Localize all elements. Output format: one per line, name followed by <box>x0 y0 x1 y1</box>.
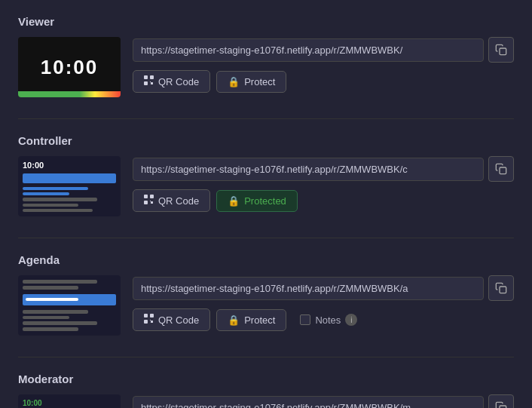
agenda-url-row: https://stagetimer-staging-e1076f.netlif… <box>133 275 514 301</box>
agenda-qr-button[interactable]: QR Code <box>133 308 210 331</box>
controller-qr-button[interactable]: QR Code <box>133 189 210 212</box>
notes-info-icon[interactable]: i <box>345 314 357 326</box>
svg-rect-17 <box>150 320 151 321</box>
agenda-row-6 <box>23 327 78 331</box>
main-container: Viewer 10:00 https://stagetimer-staging-… <box>0 0 532 408</box>
agenda-right: https://stagetimer-staging-e1076f.netlif… <box>133 275 514 331</box>
controller-row-5 <box>23 209 93 212</box>
moderator-title: Moderator <box>18 373 514 385</box>
controller-row-2 <box>23 192 69 195</box>
viewer-copy-button[interactable] <box>488 37 514 63</box>
svg-rect-9 <box>144 201 148 204</box>
controller-thumbnail: 10:00 <box>18 156 121 216</box>
qr-grid-icon <box>144 75 154 87</box>
viewer-protect-button[interactable]: 🔒 Protect <box>216 71 286 93</box>
lock-green-icon: 🔒 <box>228 195 240 207</box>
agenda-actions-row: QR Code 🔒 Protect Notes i <box>133 308 514 331</box>
controller-row-3 <box>23 198 97 201</box>
agenda-notes-button[interactable]: Notes i <box>292 310 365 330</box>
viewer-section: Viewer 10:00 https://stagetimer-staging-… <box>18 15 514 97</box>
moderator-section: Moderator 10:00 https://stagetimer-stagi… <box>18 373 514 408</box>
agenda-lock-icon: 🔒 <box>228 314 240 326</box>
agenda-thumbnail <box>18 275 121 336</box>
agenda-row-5 <box>23 321 97 325</box>
controller-protected-button[interactable]: 🔒 Protected <box>216 190 298 212</box>
svg-rect-0 <box>500 48 506 55</box>
viewer-url-row: https://stagetimer-staging-e1076f.netlif… <box>133 37 514 63</box>
controller-timer-display: 10:00 <box>23 161 116 170</box>
notes-checkbox <box>300 314 310 325</box>
viewer-right: https://stagetimer-staging-e1076f.netlif… <box>133 37 514 93</box>
agenda-row-2 <box>23 286 78 290</box>
viewer-content: 10:00 https://stagetimer-staging-e1076f.… <box>18 37 514 97</box>
svg-rect-8 <box>150 195 154 198</box>
viewer-thumbnail: 10:00 <box>18 37 121 97</box>
viewer-url-field: https://stagetimer-staging-e1076f.netlif… <box>133 38 484 62</box>
svg-rect-11 <box>150 201 151 201</box>
svg-rect-2 <box>150 75 154 79</box>
controller-content: 10:00 https://stagetimer-staging-e1076f.… <box>18 156 514 216</box>
svg-rect-4 <box>151 82 153 84</box>
moderator-url-field: https://stagetimer-staging-e1076f.netlif… <box>133 396 484 409</box>
moderator-thumbnail: 10:00 <box>18 394 121 408</box>
viewer-qr-button[interactable]: QR Code <box>133 70 210 93</box>
svg-rect-3 <box>144 81 148 85</box>
controller-url-row: https://stagetimer-staging-e1076f.netlif… <box>133 156 514 182</box>
moderator-right: https://stagetimer-staging-e1076f.netlif… <box>133 394 514 408</box>
svg-rect-6 <box>500 167 506 174</box>
svg-rect-5 <box>150 81 151 82</box>
moderator-content: 10:00 https://stagetimer-staging-e1076f.… <box>18 394 514 408</box>
viewer-color-bar <box>18 91 121 97</box>
agenda-copy-button[interactable] <box>488 275 514 301</box>
agenda-row-3 <box>23 310 88 314</box>
agenda-row-1 <box>23 280 97 284</box>
controller-right: https://stagetimer-staging-e1076f.netlif… <box>133 156 514 212</box>
controller-title: Controller <box>18 134 514 147</box>
controller-row-1 <box>23 187 88 190</box>
agenda-highlight <box>23 294 116 305</box>
lock-icon: 🔒 <box>228 76 240 87</box>
agenda-title: Agenda <box>18 253 514 266</box>
qr-grid-icon-2 <box>144 195 154 207</box>
svg-rect-14 <box>150 314 154 318</box>
agenda-protect-button[interactable]: 🔒 Protect <box>216 309 286 331</box>
moderator-timer-display: 10:00 <box>23 399 116 407</box>
svg-rect-16 <box>151 321 153 323</box>
svg-rect-1 <box>144 75 148 79</box>
divider-1 <box>18 118 514 119</box>
agenda-content: https://stagetimer-staging-e1076f.netlif… <box>18 275 514 336</box>
controller-actions-row: QR Code 🔒 Protected <box>133 189 514 212</box>
controller-selected-row <box>23 173 116 183</box>
controller-row-4 <box>23 204 78 207</box>
svg-rect-13 <box>144 314 148 318</box>
agenda-row-4 <box>23 316 69 320</box>
agenda-url-field: https://stagetimer-staging-e1076f.netlif… <box>133 277 484 300</box>
svg-rect-15 <box>144 320 148 324</box>
viewer-title: Viewer <box>18 15 514 28</box>
controller-section: Controller 10:00 https://stagetimer-stag… <box>18 134 514 216</box>
agenda-highlight-text <box>26 298 78 301</box>
controller-url-field: https://stagetimer-staging-e1076f.netlif… <box>133 158 484 181</box>
agenda-section: Agenda https://stagetimer-staging-e1076f… <box>18 253 514 336</box>
divider-2 <box>18 238 514 238</box>
moderator-url-row: https://stagetimer-staging-e1076f.netlif… <box>133 394 514 408</box>
svg-rect-7 <box>144 195 148 198</box>
controller-copy-button[interactable] <box>488 156 514 182</box>
qr-grid-icon-3 <box>144 314 154 326</box>
viewer-actions-row: QR Code 🔒 Protect <box>133 70 514 93</box>
svg-rect-10 <box>151 201 153 204</box>
moderator-copy-button[interactable] <box>488 394 514 408</box>
svg-rect-12 <box>500 287 506 293</box>
divider-3 <box>18 357 514 357</box>
viewer-timer-display: 10:00 <box>41 56 99 79</box>
